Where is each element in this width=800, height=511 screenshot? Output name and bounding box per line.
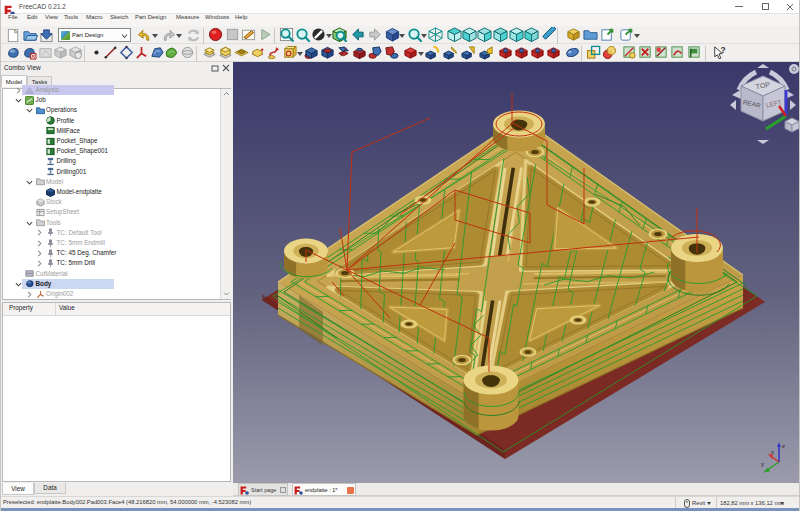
svg-text:z: z	[782, 443, 785, 449]
svg-text:x: x	[771, 449, 774, 455]
svg-text:?: ?	[720, 45, 725, 55]
svg-text:y: y	[761, 461, 764, 467]
